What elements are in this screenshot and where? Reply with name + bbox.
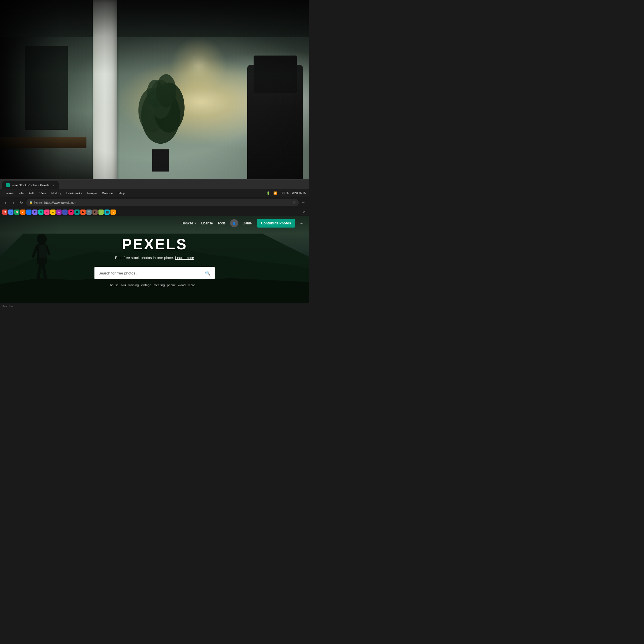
- tab-close-button[interactable]: ×: [51, 183, 55, 187]
- browse-menu[interactable]: Browse ▼: [182, 221, 197, 225]
- status-text: Searches: [2, 305, 13, 308]
- back-button[interactable]: ‹: [2, 199, 9, 206]
- menu-help[interactable]: Help: [116, 191, 127, 195]
- tab-favicon: [6, 183, 10, 187]
- menu-edit[interactable]: Edit: [27, 191, 37, 195]
- pexels-subtitle: Best free stock photos in one place. Lea…: [115, 256, 194, 260]
- ext-icon-7[interactable]: I: [62, 210, 68, 215]
- license-link[interactable]: License: [201, 221, 213, 225]
- tag-phone[interactable]: phone: [167, 283, 176, 287]
- tag-meeting[interactable]: meeting: [153, 283, 165, 287]
- menu-right-area: 🔋 📶 100 % Wed 16:15: [265, 191, 307, 195]
- ext-icon-4[interactable]: ●: [44, 210, 50, 215]
- browser-actions: ⋯: [301, 199, 307, 206]
- address-bar-row: ‹ › ↻ 🔒 Secure https://www.pexels.com ☆ …: [0, 197, 309, 208]
- search-bar[interactable]: Search for free photos... 🔍: [94, 267, 215, 279]
- lock-icon: 🔒: [29, 201, 33, 204]
- forward-button[interactable]: ›: [10, 199, 17, 206]
- tag-blur[interactable]: blur: [121, 283, 126, 287]
- secure-badge: 🔒 Secure: [29, 201, 43, 204]
- search-icon[interactable]: 🔍: [205, 270, 211, 276]
- more-options-button[interactable]: ⋯: [301, 199, 307, 206]
- tools-link[interactable]: Tools: [218, 221, 226, 225]
- ext-icon-11[interactable]: ≡: [86, 210, 92, 215]
- close-tab-button[interactable]: ×: [301, 209, 307, 215]
- address-bar[interactable]: 🔒 Secure https://www.pexels.com ☆: [26, 199, 299, 206]
- ext-icon-5[interactable]: ★: [50, 210, 56, 215]
- menu-history[interactable]: History: [49, 191, 64, 195]
- pexels-navbar: Browse ▼ License Tools 👤 Daniel Contribu…: [0, 216, 309, 230]
- battery-info: 🔋: [265, 191, 271, 195]
- more-tags[interactable]: more →: [188, 283, 199, 287]
- browse-dropdown-icon: ▼: [194, 222, 197, 225]
- ext-icon-13[interactable]: ↑: [98, 210, 104, 215]
- reload-button[interactable]: ↻: [18, 199, 25, 206]
- bookmark-icon[interactable]: ☆: [293, 201, 296, 205]
- tab-bar: Free Stock Photos · Pexels ×: [0, 180, 309, 189]
- svg-point-6: [156, 74, 176, 108]
- pexels-title: PEXELS: [122, 236, 187, 253]
- user-icon: 👤: [232, 222, 236, 225]
- user-avatar[interactable]: 👤: [230, 219, 238, 227]
- ext-drive-icon[interactable]: △: [8, 210, 13, 215]
- app-name: hrome: [2, 191, 16, 195]
- menu-window[interactable]: Window: [100, 191, 116, 195]
- svg-rect-0: [152, 149, 169, 172]
- menu-bar: hrome File Edit View History Bookmarks P…: [0, 189, 309, 197]
- menu-view[interactable]: View: [37, 191, 49, 195]
- ext-icon-9[interactable]: ⚙: [74, 210, 80, 215]
- tag-training[interactable]: training: [129, 283, 139, 287]
- search-placeholder[interactable]: Search for free photos...: [98, 271, 202, 275]
- clock: Wed 16:15: [291, 191, 307, 195]
- menu-file[interactable]: File: [16, 191, 26, 195]
- status-bar: Searches: [0, 303, 309, 309]
- ext-icon-14[interactable]: ⬛: [104, 210, 110, 215]
- ext-calendar-icon[interactable]: 📅: [14, 210, 19, 215]
- learn-more-link[interactable]: Learn more: [175, 256, 194, 260]
- ext-icon-12[interactable]: ◐: [92, 210, 98, 215]
- pexels-website: Browse ▼ License Tools 👤 Daniel Contribu…: [0, 216, 309, 303]
- tag-wood[interactable]: wood: [178, 283, 185, 287]
- url-text: https://www.pexels.com: [44, 201, 291, 204]
- zoom-level: 100 %: [279, 191, 289, 195]
- ext-icon-2[interactable]: P: [32, 210, 37, 215]
- wifi-icon: 📶: [272, 191, 278, 195]
- ext-icon-10[interactable]: ▶: [80, 210, 86, 215]
- tab-title: Free Stock Photos · Pexels: [11, 183, 50, 187]
- user-name[interactable]: Daniel: [243, 221, 252, 225]
- secure-text: Secure: [33, 201, 43, 204]
- ext-icon-15[interactable]: 🔥: [110, 210, 116, 215]
- ext-icon-1[interactable]: f: [26, 210, 31, 215]
- hero-section: PEXELS Best free stock photos in one pla…: [0, 230, 309, 303]
- more-nav-button[interactable]: ···: [300, 221, 303, 226]
- search-tags: house blur training vintage meeting phon…: [110, 283, 199, 287]
- tag-vintage[interactable]: vintage: [141, 283, 151, 287]
- extensions-row: M △ 📅 ✓ f P G ● ★ A I ❤ ⚙ ▶ ≡ ◐ ↑ ⬛ 🔥: [0, 208, 309, 216]
- tag-house[interactable]: house: [110, 283, 118, 287]
- ext-icon-6[interactable]: A: [56, 210, 62, 215]
- menu-people[interactable]: People: [85, 191, 99, 195]
- address-icons: ☆: [293, 201, 296, 205]
- ext-gmail-icon[interactable]: M: [2, 210, 7, 215]
- ext-icon-3[interactable]: G: [38, 210, 44, 215]
- ext-icon-8[interactable]: ❤: [68, 210, 74, 215]
- ext-todoist-icon[interactable]: ✓: [20, 210, 25, 215]
- contribute-photos-button[interactable]: Contribute Photos: [257, 219, 295, 228]
- menu-bookmarks[interactable]: Bookmarks: [64, 191, 84, 195]
- active-tab[interactable]: Free Stock Photos · Pexels ×: [2, 181, 59, 189]
